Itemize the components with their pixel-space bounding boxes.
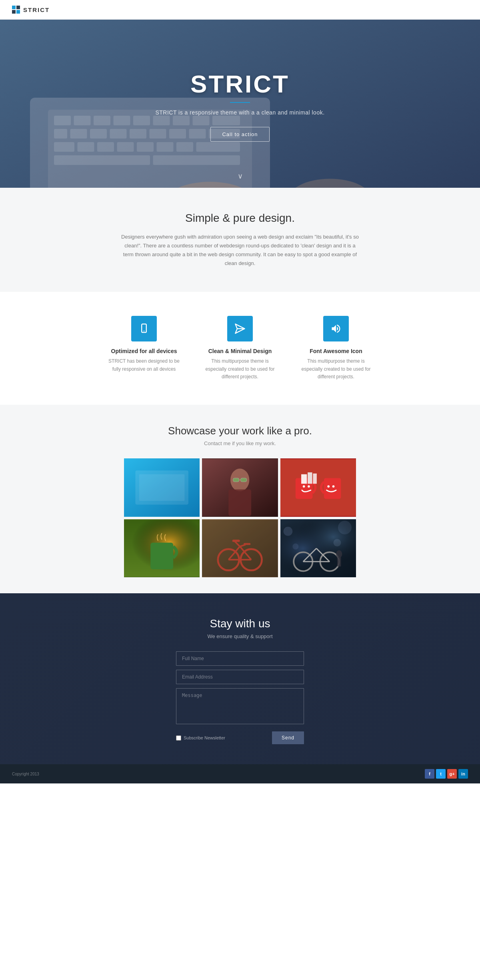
- svg-rect-4: [74, 116, 91, 125]
- svg-rect-58: [150, 542, 173, 569]
- svg-point-79: [338, 520, 352, 534]
- svg-rect-43: [233, 478, 239, 482]
- svg-rect-27: [176, 142, 193, 152]
- feature-title-design: Clean & Minimal Design: [204, 348, 276, 354]
- svg-rect-3: [54, 116, 71, 125]
- name-input[interactable]: [176, 651, 304, 666]
- svg-point-78: [283, 526, 292, 536]
- stay-section: Stay with us We ensure quality & support…: [0, 593, 480, 764]
- footer-copyright: Copyright 2013: [12, 772, 39, 776]
- phone-icon: [138, 323, 150, 334]
- svg-rect-48: [324, 478, 341, 499]
- svg-point-51: [327, 485, 330, 488]
- svg-rect-53: [301, 474, 307, 484]
- contact-form: Subscribe Newsletter Send: [176, 651, 304, 744]
- svg-rect-16: [130, 129, 146, 139]
- megaphone-icon: [330, 323, 342, 334]
- social-googleplus[interactable]: g+: [447, 769, 457, 779]
- svg-rect-30: [153, 155, 240, 165]
- svg-point-34: [144, 331, 144, 331]
- feature-title-devices: Optimized for all devices: [108, 348, 180, 354]
- hero-subtitle: STRICT is a responsive theme with a a cl…: [155, 109, 324, 116]
- social-icons: f t g+ in: [425, 769, 468, 779]
- svg-point-82: [336, 550, 342, 558]
- subscribe-checkbox[interactable]: [176, 735, 181, 741]
- message-textarea[interactable]: [176, 688, 304, 724]
- subscribe-label-text: Subscribe Newsletter: [184, 735, 225, 740]
- svg-rect-23: [97, 142, 114, 152]
- gallery-item-2[interactable]: 🔍 🔗: [202, 458, 278, 517]
- gallery-img-5: [202, 519, 278, 578]
- svg-rect-15: [110, 129, 127, 139]
- hero-content: STRICT STRICT is a responsive theme with…: [155, 70, 324, 142]
- logo-icon: [12, 6, 20, 14]
- hero-section: STRICT STRICT is a responsive theme with…: [0, 20, 480, 188]
- svg-rect-22: [78, 142, 94, 152]
- svg-rect-12: [54, 129, 67, 139]
- simple-design-section: Simple & pure design. Designers everywhe…: [0, 188, 480, 292]
- feature-desc-devices: STRICT has been designed to be fully res…: [108, 357, 180, 373]
- gallery-item-3[interactable]: 🔍 🔗: [280, 458, 356, 517]
- feature-item-design: Clean & Minimal Design This multipurpose…: [204, 316, 276, 381]
- simple-body: Designers everywhere gush with admiratio…: [120, 233, 360, 268]
- svg-rect-14: [90, 129, 107, 139]
- feature-desc-design: This multipurpose theme is especially cr…: [204, 357, 276, 381]
- social-twitter[interactable]: t: [436, 769, 446, 779]
- showcase-heading: Showcase your work like a pro.: [8, 425, 472, 437]
- svg-point-49: [303, 485, 305, 488]
- svg-rect-28: [196, 142, 240, 152]
- svg-rect-55: [313, 474, 316, 484]
- gallery-img-3: [280, 458, 356, 517]
- gallery-item-4[interactable]: 🔍 🔗: [124, 519, 200, 578]
- feature-title-icon: Font Awesome Icon: [300, 348, 372, 354]
- showcase-section: Showcase your work like a pro. Contact m…: [0, 405, 480, 593]
- svg-rect-21: [54, 142, 74, 152]
- hero-divider: [230, 102, 250, 103]
- stay-heading: Stay with us: [8, 617, 472, 630]
- social-facebook[interactable]: f: [425, 769, 434, 779]
- svg-rect-83: [337, 557, 341, 566]
- svg-rect-42: [229, 489, 252, 516]
- gallery-img-4: [124, 519, 200, 578]
- svg-rect-13: [70, 129, 87, 139]
- cta-button[interactable]: Call to action: [210, 127, 269, 142]
- showcase-subtitle: Contact me if you like my work.: [8, 440, 472, 446]
- form-bottom: Subscribe Newsletter Send: [176, 731, 304, 744]
- svg-rect-24: [117, 142, 134, 152]
- gallery-item-1[interactable]: 🔍 🔗: [124, 458, 200, 517]
- svg-rect-29: [54, 155, 150, 165]
- feature-icon-design: [227, 316, 253, 341]
- site-footer: Copyright 2013 f t g+ in: [0, 764, 480, 783]
- feature-item-devices: Optimized for all devices STRICT has bee…: [108, 316, 180, 381]
- svg-point-50: [308, 485, 310, 488]
- send-button[interactable]: Send: [272, 731, 304, 744]
- email-input[interactable]: [176, 670, 304, 684]
- simple-heading: Simple & pure design.: [8, 212, 472, 225]
- svg-rect-25: [137, 142, 154, 152]
- svg-rect-44: [241, 478, 247, 482]
- svg-point-52: [332, 485, 334, 488]
- scroll-down-chevron: ∨: [238, 172, 243, 181]
- svg-rect-5: [94, 116, 110, 125]
- svg-rect-6: [114, 116, 130, 125]
- feature-desc-icon: This multipurpose theme is especially cr…: [300, 357, 372, 381]
- svg-rect-26: [157, 142, 174, 152]
- feature-icon-devices: [131, 316, 157, 341]
- gallery-img-1: [124, 458, 200, 517]
- gallery-item-6[interactable]: 🔍 🔗: [280, 519, 356, 578]
- logo-text: STRICT: [23, 6, 50, 13]
- feature-icon-awesome: [323, 316, 349, 341]
- gallery-grid: 🔍 🔗 �: [124, 458, 356, 577]
- stay-subtitle: We ensure quality & support: [8, 633, 472, 639]
- site-header: STRICT: [0, 0, 480, 20]
- paper-plane-icon: [234, 323, 246, 334]
- svg-rect-7: [133, 116, 150, 125]
- gallery-img-6: [280, 519, 356, 578]
- gallery-img-2: [202, 458, 278, 517]
- features-grid: Optimized for all devices STRICT has bee…: [8, 316, 472, 381]
- hero-title: STRICT: [155, 70, 324, 98]
- feature-item-icon: Font Awesome Icon This multipurpose them…: [300, 316, 372, 381]
- gallery-item-5[interactable]: 🔍 🔗: [202, 519, 278, 578]
- social-linkedin[interactable]: in: [458, 769, 468, 779]
- subscribe-label[interactable]: Subscribe Newsletter: [176, 735, 225, 741]
